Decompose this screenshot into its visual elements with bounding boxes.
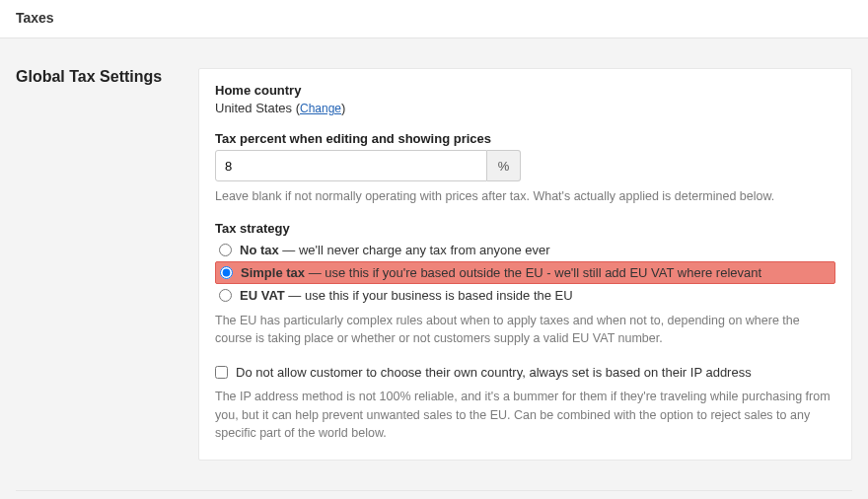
tax-percent-input[interactable] [215,150,487,181]
settings-panel: Home country United States (Change) Tax … [198,68,852,461]
tax-percent-label: Tax percent when editing and showing pri… [215,131,835,146]
home-country-label: Home country [215,83,835,98]
tax-strategy-option-name: No tax [240,243,279,257]
tax-strategy-options: No tax — we'll never charge any tax from… [215,240,835,306]
home-country-block: Home country United States (Change) [215,83,835,115]
tax-strategy-option-desc: — we'll never charge any tax from anyone… [279,243,550,257]
percent-addon: % [487,150,521,181]
section-divider [16,490,852,491]
tax-strategy-option[interactable]: EU VAT — use this if your business is ba… [215,285,835,306]
tax-strategy-radio[interactable] [219,289,232,302]
tax-strategy-option-name: Simple tax [241,265,305,280]
tax-strategy-block: Tax strategy No tax — we'll never charge… [215,221,835,347]
tax-strategy-option-desc: — use this if your business is based ins… [285,288,573,303]
tax-percent-block: Tax percent when editing and showing pri… [215,131,835,205]
home-country-value: United States [215,101,292,115]
tax-strategy-label: Tax strategy [215,221,835,236]
tax-strategy-option-name: EU VAT [240,288,285,303]
ip-lock-checkbox[interactable] [215,366,228,379]
tax-strategy-option-desc: — use this if you're based outside the E… [305,265,761,280]
section-title: Global Tax Settings [16,68,186,86]
tax-strategy-radio[interactable] [219,244,232,256]
ip-lock-row[interactable]: Do not allow customer to choose their ow… [215,363,835,382]
tax-strategy-option[interactable]: Simple tax — use this if you're based ou… [215,261,835,284]
page-title: Taxes [16,10,852,26]
change-country-link[interactable]: Change [300,102,341,115]
tax-strategy-option[interactable]: No tax — we'll never charge any tax from… [215,240,835,260]
tax-strategy-radio[interactable] [220,266,233,279]
tax-percent-help: Leave blank if not normally operating wi… [215,187,835,205]
section-sidebar: Global Tax Settings [16,68,198,86]
ip-lock-block: Do not allow customer to choose their ow… [215,363,835,441]
tax-strategy-help: The EU has particularly complex rules ab… [215,312,835,347]
ip-lock-label: Do not allow customer to choose their ow… [236,365,752,380]
page-header: Taxes [0,0,868,38]
ip-lock-help: The IP address method is not 100% reliab… [215,388,835,441]
